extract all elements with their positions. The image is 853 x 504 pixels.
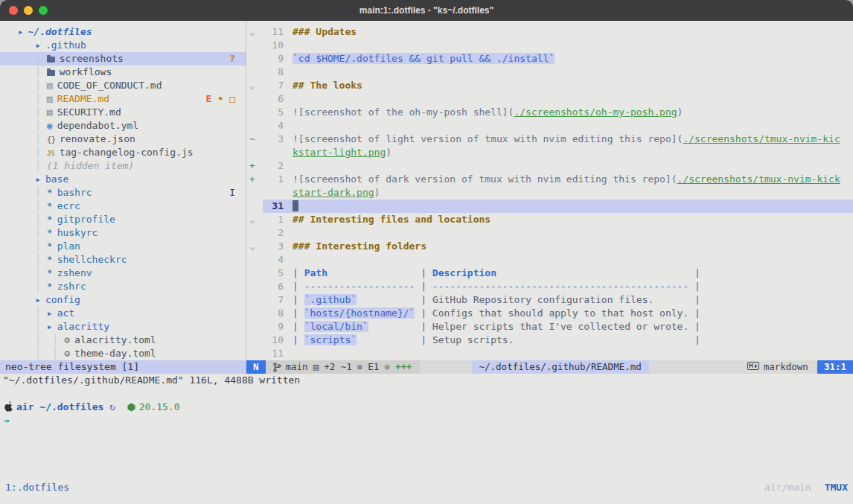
indent-guide: │ — [6, 133, 47, 144]
tmux-window-name[interactable]: 1:.dotfiles — [5, 481, 69, 494]
line-text: | ------------------- | ----------------… — [284, 280, 853, 293]
tree-item[interactable]: │ *zshrc — [0, 280, 246, 293]
indent-guide: │ — [6, 254, 47, 265]
editor-line[interactable]: 10 — [246, 39, 853, 52]
line-text: ### Updates — [284, 25, 853, 39]
tree-item[interactable]: │ *bashrcI — [0, 186, 246, 200]
tree-item-label: SECURITY.md — [57, 106, 121, 118]
line-text — [284, 119, 853, 133]
tree-item[interactable]: │ │ ⚙theme-day.toml — [0, 347, 246, 360]
terminal-empty-area — [0, 427, 853, 481]
close-button[interactable] — [9, 6, 18, 15]
editor-line[interactable]: 9| `local/bin` | Helper scripts that I'v… — [246, 320, 853, 334]
editor-line[interactable]: +1![screenshot of dark version of tmux w… — [246, 173, 853, 186]
tree-item[interactable]: ▸config — [0, 293, 246, 307]
minimize-button[interactable] — [24, 6, 33, 15]
tree-item[interactable]: │ *huskyrc — [0, 226, 246, 240]
indent-guide: │ — [6, 66, 47, 77]
line-text: | `scripts` | Setup scripts. | — [284, 334, 853, 347]
tree-item[interactable]: │ *plan — [0, 240, 246, 253]
editor-line[interactable]: 8| `hosts/{hostname}/` | Configs that sh… — [246, 307, 853, 320]
tree-item[interactable]: │ {}renovate.json — [0, 133, 246, 146]
tree-item[interactable]: │ JStag-changelog-config.js — [0, 146, 246, 159]
editor-line[interactable]: 4 — [246, 119, 853, 133]
tmux-label: TMUX — [825, 481, 848, 494]
tree-item[interactable]: │ ▤CODE_OF_CONDUCT.md — [0, 79, 246, 92]
editor-line[interactable]: 2 — [246, 226, 853, 240]
line-text: ![screenshot of light version of tmux wi… — [284, 133, 853, 146]
line-text: start-dark.png) — [284, 186, 853, 200]
tree-item[interactable]: │ workflows — [0, 66, 246, 79]
gutter-marks — [246, 334, 263, 347]
line-number — [263, 146, 284, 159]
line-number: 8 — [263, 307, 284, 320]
tree-item[interactable]: │ │ ⚙alacritty.toml — [0, 334, 246, 347]
fold-icon: ⌄ — [246, 240, 263, 253]
editor-line[interactable]: 5![screenshot of the oh-my-posh shell](.… — [246, 106, 853, 119]
tree-item-label: workflows — [60, 66, 112, 77]
editor-line[interactable]: 31 — [246, 200, 853, 213]
tree-item-label: zshrc — [57, 281, 86, 292]
json-icon: {} — [47, 133, 55, 147]
tree-item-label: (1 hidden item) — [47, 160, 134, 171]
titlebar[interactable]: main:1:.dotfiles - "ks~/.dotfiles" — [0, 0, 853, 21]
tmux-session-name: air/main — [764, 481, 811, 494]
line-number: 1 — [263, 173, 284, 186]
tree-item[interactable]: │ screenshots? — [0, 52, 246, 66]
tree-item[interactable]: │ *shellcheckrc — [0, 253, 246, 267]
editor-line[interactable]: 10| `scripts` | Setup scripts. | — [246, 334, 853, 347]
tree-item-label: screenshots — [60, 53, 124, 64]
line-text — [284, 200, 853, 213]
editor-line[interactable]: 7| `.github` | GitHub Repository configu… — [246, 293, 853, 307]
tree-item[interactable]: ▸.github — [0, 39, 246, 52]
editor-line[interactable]: ~3![screenshot of light version of tmux … — [246, 133, 853, 146]
git-branch-icon — [273, 363, 281, 372]
line-number: 4 — [263, 119, 284, 133]
gutter-marks — [246, 186, 263, 200]
apple-icon — [4, 401, 16, 414]
editor-line[interactable]: start-dark.png) — [246, 186, 853, 200]
editor-rows: ⌄11### Updates109`cd $HOME/.dotfiles && … — [246, 21, 853, 360]
window-title: main:1:.dotfiles - "ks~/.dotfiles" — [360, 5, 493, 16]
editor-line[interactable]: kstart-light.png) — [246, 146, 853, 159]
editor-line[interactable]: ⌄3### Interesting folders — [246, 240, 853, 253]
tree-item[interactable]: │ ▤SECURITY.md — [0, 106, 246, 119]
editor-line[interactable]: ⌄1## Interesting files and locations — [246, 213, 853, 226]
editor-line[interactable]: 6 — [246, 92, 853, 106]
zoom-button[interactable] — [39, 6, 48, 15]
tree-item-label: dependabot.yml — [57, 120, 139, 131]
tree-item[interactable]: │ ◉dependabot.yml — [0, 119, 246, 133]
tree-item[interactable]: │ *ecrc — [0, 200, 246, 213]
gutter-marks — [246, 52, 263, 66]
editor-line[interactable]: 9`cd $HOME/.dotfiles && git pull && ./in… — [246, 52, 853, 66]
cursor-position: 31:1 — [817, 360, 853, 374]
tree-item[interactable]: │ *zshenv — [0, 267, 246, 280]
gutter-marks — [246, 92, 263, 106]
indent-guide: │ — [6, 240, 47, 252]
tree-item[interactable]: │ *gitprofile — [0, 213, 246, 226]
editor-line[interactable]: 8 — [246, 66, 853, 79]
line-number: 11 — [263, 25, 284, 39]
tree-item[interactable]: │ ▸alacritty — [0, 320, 246, 334]
line-text — [284, 159, 853, 173]
prompt-path: air ~/.dotfiles — [16, 401, 103, 414]
tree-item[interactable]: │ (1 hidden item) — [0, 159, 246, 173]
line-text: ![screenshot of dark version of tmux wit… — [284, 173, 853, 186]
line-text — [284, 226, 853, 240]
editor-line[interactable]: ⌄7## The looks — [246, 79, 853, 92]
tree-item[interactable]: ▸~/.dotfiles — [0, 25, 246, 39]
editor-line[interactable]: 4 — [246, 253, 853, 267]
folder-icon — [47, 57, 55, 63]
tree-item[interactable]: │ ▸act — [0, 307, 246, 320]
tree-item[interactable]: │ ▤README.mdE•□ — [0, 92, 246, 106]
chevron-icon: ▸ — [35, 39, 41, 52]
editor-line[interactable]: ⌄11### Updates — [246, 25, 853, 39]
tree-item[interactable]: ▸base — [0, 173, 246, 186]
editor-line[interactable]: +2 — [246, 159, 853, 173]
terminal-content: ▸~/.dotfiles ▸.github │ screenshots? │ w… — [0, 21, 853, 504]
editor-line[interactable]: 6| ------------------- | ---------------… — [246, 280, 853, 293]
editor-line[interactable]: 5| Path | Description | — [246, 267, 853, 280]
line-number — [263, 186, 284, 200]
editor-line[interactable]: 11 — [246, 347, 853, 360]
tree-item-label: zshenv — [57, 267, 92, 278]
